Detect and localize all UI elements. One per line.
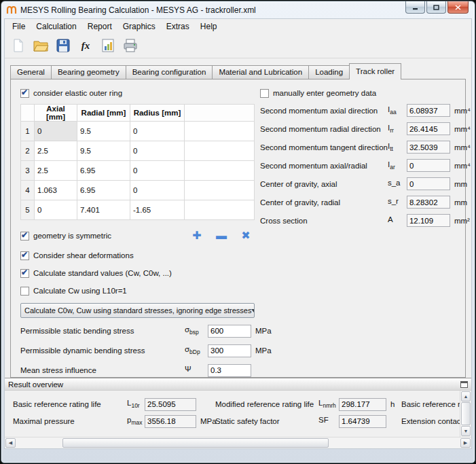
remove-row-button[interactable]: ▬ [213,228,230,243]
open-file-button[interactable] [31,35,51,56]
menu-help[interactable]: Help [195,19,223,33]
result-label-truncated: Basic reference r [401,400,460,408]
result-overview-title: Result overview [8,380,63,389]
horizontal-scroll-thumb[interactable] [62,438,329,448]
sr-input[interactable] [407,196,450,209]
outer-ring-geometry-table[interactable]: Axial [mm] Radial [mm] Radius [mm] 1 0 9… [20,104,255,220]
dynamic-bending-stress-input[interactable] [208,344,251,357]
cell-radial[interactable]: 9.5 [77,122,130,141]
close-button[interactable] [447,1,469,14]
result-overview-header: Result overview [5,378,471,391]
title-bar[interactable]: MESYS Rolling Bearing Calculation - MESY… [1,1,475,18]
manual-geometry-checkbox[interactable] [260,89,269,98]
tab-bearing-configuration[interactable]: Bearing configuration [126,65,213,79]
cell-radial[interactable]: 9.5 [77,141,130,161]
scroll-up-button[interactable]: ▲ [461,391,471,401]
horizontal-scrollbar[interactable]: ◀ ▶ [5,437,471,448]
symbol-iar: Iar [388,160,407,171]
menu-graphics[interactable]: Graphics [117,19,161,33]
mean-stress-influence-input[interactable] [208,364,251,377]
menu-report[interactable]: Report [82,19,117,33]
tab-track-roller[interactable]: Track roller [349,63,401,79]
tab-material-and-lubrication[interactable]: Material and Lubrication [212,65,309,79]
cell-radius[interactable]: 0 [130,122,185,141]
save-button[interactable] [53,35,73,56]
right-column: manually enter geometry data Second mome… [260,88,475,377]
menu-file[interactable]: File [7,19,31,33]
add-row-button[interactable]: ✚ [188,228,206,243]
tab-general[interactable]: General [10,65,52,79]
report-button[interactable] [98,35,118,56]
tab-loading[interactable]: Loading [308,65,350,79]
scroll-left-button[interactable]: ◀ [5,438,16,448]
maximize-button[interactable] [426,1,446,14]
geometry-symmetric-checkbox[interactable] [20,232,29,240]
cell-radius[interactable]: 0 [130,161,185,181]
new-file-button[interactable] [8,35,29,56]
iar-input[interactable] [407,159,450,172]
col-header-radial[interactable]: Radial [mm] [77,105,130,122]
shear-deformations-checkbox[interactable] [20,251,29,260]
col-header-radius[interactable]: Radius [mm] [130,105,185,122]
menu-extras[interactable]: Extras [161,19,195,33]
cell-radial[interactable]: 7.401 [77,200,130,220]
arrow-up-icon: ▲ [464,394,469,399]
clear-table-button[interactable]: ✖ [237,228,255,243]
field-center-of-gravity-axial: Center of gravity, axial s_a mm [260,177,475,190]
symbol-sr: s_r [388,197,407,207]
iaa-input[interactable] [407,104,450,117]
float-panel-icon[interactable] [460,381,468,388]
open-folder-icon [33,37,49,54]
client-area: File Calculation Report Graphics Extras … [4,18,472,449]
table-row: 4 1.063 6.95 0 [21,181,255,200]
cell-axial[interactable]: 0 [35,200,77,220]
pmax-value [145,415,196,428]
cell-axial[interactable]: 2.5 [35,161,77,181]
geometry-symmetric-row: geometry is symmetric ✚ ▬ ✖ [20,228,255,243]
stress-method-dropdown[interactable]: Calculate C0w, Cuw using standard stress… [20,303,255,318]
arrow-right-icon: ▶ [464,440,467,446]
cross-section-input[interactable] [407,214,450,227]
print-button[interactable] [120,35,141,56]
static-bending-stress-input[interactable] [208,325,251,338]
symbol-sigma-bdp: σbDp [185,345,208,355]
cell-radial[interactable]: 6.95 [77,161,130,181]
vertical-scroll-thumb[interactable] [461,402,471,425]
menu-calculation[interactable]: Calculation [31,19,81,33]
cell-axial[interactable]: 0 [35,122,77,141]
field-permissible-dynamic-bending-stress: Permissible dynamic bending stress σbDp … [20,344,277,357]
elastic-outer-ring-checkbox[interactable] [20,89,29,98]
symbol-a: A [388,215,407,226]
field-cross-section: Cross section A mm² [260,214,475,227]
standard-values-row: Calculate standard values (Cw, C0w, ...) [20,268,255,279]
cell-radius[interactable]: 0 [130,181,185,200]
result-row-2: Maximal pressure pmax MPa Static safety … [13,414,460,429]
result-label: Basic reference rating life [13,400,127,408]
result-vertical-scrollbar[interactable]: ▲ ▼ [460,391,471,437]
col-header-filler [185,105,255,122]
menu-bar: File Calculation Report Graphics Extras … [5,19,471,33]
symbol-psi: Ψ [185,365,208,375]
scroll-down-button[interactable]: ▼ [461,426,471,436]
left-column: consider elastic outer ring Axial [mm] R… [20,88,255,377]
toolbar: fx [5,33,471,58]
col-header-axial[interactable]: Axial [mm] [35,105,77,122]
standard-values-checkbox[interactable] [20,269,29,278]
scroll-right-button[interactable]: ▶ [460,438,471,448]
cell-axial[interactable]: 1.063 [35,181,77,200]
cell-radius[interactable]: -1.65 [130,200,185,220]
cell-radial[interactable]: 6.95 [77,181,130,200]
cell-radius[interactable]: 0 [130,141,185,161]
formula-icon: fx [81,40,90,52]
itt-input[interactable] [407,141,450,154]
minimize-button[interactable] [405,1,425,14]
cell-axial[interactable]: 2.5 [35,141,77,161]
sa-input[interactable] [407,177,450,190]
cw-l10r-checkbox[interactable] [20,287,29,296]
tab-bearing-geometry[interactable]: Bearing geometry [51,65,126,79]
formula-button[interactable]: fx [75,35,96,56]
result-label: Modified reference rating life [215,400,318,408]
irr-input[interactable] [407,122,450,135]
new-document-icon [11,38,26,53]
lnmrh-value [339,398,386,411]
